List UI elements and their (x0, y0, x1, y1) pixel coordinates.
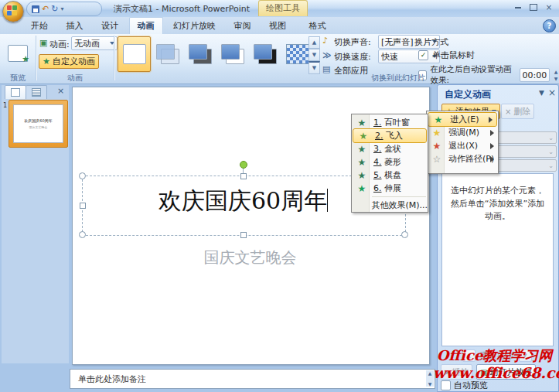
auto-preview-label: 自动预览 (454, 380, 488, 391)
item-number: 3. (373, 144, 382, 154)
preview-group-label: 预览 (0, 73, 36, 82)
submenu-arrow-icon (489, 117, 493, 123)
resize-handle[interactable] (240, 232, 247, 238)
pane-close-icon[interactable]: × (548, 87, 556, 98)
diamond-star-icon: ★ (355, 157, 369, 168)
slide-thumbnail[interactable]: 欢庆国庆60周年 国庆文艺晚会 (9, 100, 68, 148)
animation-list[interactable]: 选中幻灯片的某个元素，然后单击“添加效果”添加动画。 (441, 173, 554, 346)
gallery-more-icon[interactable]: ▼ (308, 61, 320, 74)
box-label: 盒状 (384, 144, 401, 154)
window-title: 演示文稿1 - Microsoft PowerPoint (93, 3, 271, 14)
menu-item-diamond[interactable]: ★ 4. 菱形 (352, 155, 428, 169)
slides-panel-close-icon[interactable]: × (57, 86, 64, 96)
rotation-handle[interactable] (240, 161, 247, 169)
menu-item-more-effects[interactable]: 其他效果(M)... (352, 199, 428, 212)
group-separator (114, 36, 114, 80)
transition-sound-value: [无声音] (381, 36, 414, 48)
custom-animation-button[interactable]: ★ 自定义动画 (39, 54, 99, 69)
qat-more-icon[interactable]: ▾ (60, 4, 63, 15)
resize-handle[interactable] (401, 231, 408, 238)
tab-view[interactable]: 视图 (261, 18, 294, 35)
transition-cut-black-thumb[interactable] (248, 36, 281, 72)
animate-icon: ▣ (39, 38, 50, 48)
auto-advance-spinner[interactable]: ▲▼ (553, 69, 559, 81)
more-effects-label: 其他效果(M)... (366, 199, 428, 211)
transition-fade-thumb[interactable] (151, 36, 184, 72)
menu-item-blinds[interactable]: ★ 1. 百叶窗 (352, 116, 428, 129)
context-tool-header: 绘图工具 (258, 0, 308, 16)
menu-item-emphasis[interactable]: ★ 强调(M) (427, 126, 498, 139)
resize-handle[interactable] (80, 203, 86, 209)
animate-dropdown[interactable]: 无动画 (71, 36, 118, 50)
pane-menu-icon[interactable]: ▼ (539, 89, 544, 97)
auto-advance-value: 00:00 (523, 70, 547, 80)
menu-item-exit[interactable]: ★ 退出(X) (427, 139, 498, 152)
tab-slideshow[interactable]: 幻灯片放映 (165, 18, 223, 35)
text-cursor (327, 189, 328, 212)
notes-placeholder: 单击此处添加备注 (70, 370, 435, 385)
notes-scrollbar[interactable]: ▲▼ (426, 370, 434, 387)
motion-path-label: 动作路径(P) (444, 153, 494, 165)
item-number: 2. (375, 131, 383, 141)
transition-cut-thumb[interactable] (216, 36, 249, 72)
redo-icon[interactable]: ↻ (51, 4, 58, 15)
slideshow-button[interactable]: ▣ 幻灯片放映 (476, 364, 536, 380)
exit-label: 退出(X) (444, 140, 478, 152)
tab-design[interactable]: 设计 (94, 18, 126, 35)
save-icon[interactable] (32, 5, 39, 13)
help-icon[interactable]: ? (543, 19, 556, 32)
powerpoint-window: ↶ ↻ ▾ 演示文稿1 - Microsoft PowerPoint 绘图工具 … (0, 0, 559, 392)
menu-item-entrance[interactable]: ★ 进入(E) (428, 113, 496, 126)
notes-area[interactable]: 单击此处添加备注 ▲▼ (70, 369, 435, 389)
play-icon: ▶ (445, 369, 449, 376)
submenu-arrow-icon (490, 130, 494, 136)
custom-animation-icon: ★ (43, 56, 50, 66)
resize-handle[interactable] (79, 172, 86, 179)
resize-handle[interactable] (240, 173, 247, 179)
tab-format[interactable]: 格式 (302, 18, 334, 35)
item-number: 1. (373, 118, 382, 128)
reorder-down-icon[interactable]: ▼ (519, 349, 532, 362)
office-button-icon (7, 5, 17, 15)
on-click-checkbox[interactable]: ✓ (418, 50, 428, 60)
entrance-label: 进入(E) (445, 114, 479, 125)
pane-hint-text: 选中幻灯片的某个元素，然后单击“添加效果”添加动画。 (442, 174, 553, 223)
outline-tab[interactable] (26, 85, 47, 99)
stretch-label: 伸展 (384, 183, 401, 193)
menu-item-stretch[interactable]: ★ 6. 伸展 (352, 182, 428, 195)
minimize-button[interactable] (511, 2, 525, 12)
transition-group-label: 切换到此幻灯片 (352, 73, 445, 82)
transition-none-thumb[interactable] (118, 36, 151, 72)
menu-item-fly-in[interactable]: ★ 2. 飞入 (353, 129, 426, 142)
gallery-scroll-up-icon[interactable]: ▲ (308, 36, 320, 49)
close-button[interactable]: × (542, 2, 556, 12)
menu-item-motion-path[interactable]: ☆ 动作路径(P) (427, 152, 498, 165)
resize-handle[interactable] (79, 231, 86, 238)
menu-item-box[interactable]: ★ 3. 盒状 (352, 142, 428, 155)
undo-icon[interactable]: ↶ (42, 4, 49, 15)
pane-title: 自定义动画 (445, 88, 491, 101)
transition-fade-black-thumb[interactable] (183, 36, 216, 72)
auto-advance-time[interactable]: 00:00 (520, 68, 550, 82)
tab-review[interactable]: 审阅 (227, 18, 259, 35)
tab-home[interactable]: 开始 (23, 18, 56, 35)
menu-item-checkerboard[interactable]: ★ 5. 棋盘 (352, 169, 428, 182)
remove-button[interactable]: × 删除 (501, 104, 534, 119)
slides-tab[interactable] (5, 85, 26, 99)
play-button[interactable]: ▶ 播放 (441, 364, 472, 380)
preview-button[interactable]: ★ (5, 37, 31, 70)
item-number: 5. (373, 170, 382, 180)
on-click-label: 单击鼠标时 (432, 49, 475, 61)
reorder-up-icon[interactable]: ▲ (462, 349, 475, 362)
play-label: 播放 (452, 366, 469, 378)
restore-button[interactable] (527, 2, 540, 12)
entrance-star-icon: ★ (431, 114, 445, 125)
add-effect-menu: ★ 进入(E) ★ 强调(M) ★ 退出(X) ☆ 动作路径(P) (426, 111, 499, 174)
tab-animations[interactable]: 动画 (129, 17, 163, 35)
stretch-star-icon: ★ (355, 183, 369, 194)
slide-subtitle-text[interactable]: 国庆文艺晚会 (72, 247, 428, 268)
fly-in-label: 飞入 (386, 131, 403, 141)
gallery-scroll-down-icon[interactable]: ▼ (308, 49, 320, 61)
tab-insert[interactable]: 插入 (59, 18, 91, 35)
auto-preview-checkbox[interactable] (441, 380, 451, 390)
